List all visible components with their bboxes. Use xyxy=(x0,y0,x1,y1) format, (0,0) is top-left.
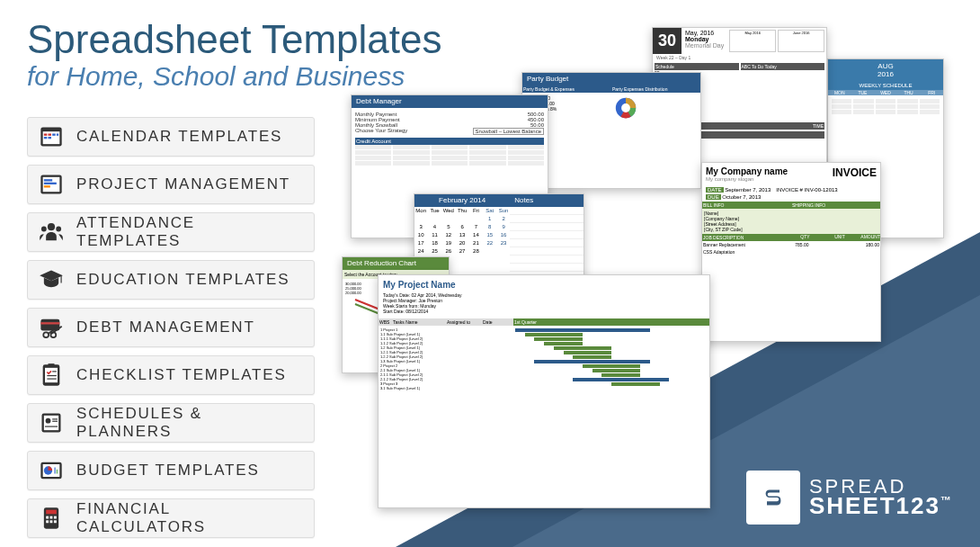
trademark: ™ xyxy=(940,494,953,507)
field-label: Choose Your Strategy xyxy=(355,128,407,135)
day-header: Sat xyxy=(484,207,496,214)
menu-schedules-planners[interactable]: SCHEDULES & PLANNERS xyxy=(27,403,315,443)
svg-rect-7 xyxy=(49,137,52,139)
day-header: THU xyxy=(897,90,921,95)
line-desc: CSS Adaptation xyxy=(703,249,773,255)
menu-budget-templates[interactable]: BUDGET TEMPLATES xyxy=(27,451,315,490)
menu-label: DEBT MANAGEMENT xyxy=(76,318,255,336)
project-title: My Project Name xyxy=(383,280,705,290)
svg-point-15 xyxy=(56,227,61,232)
menu-financial-calculators[interactable]: FINANCIAL CALCULATORS xyxy=(27,498,315,538)
svg-rect-32 xyxy=(45,426,58,427)
weekday: Monday xyxy=(685,36,724,42)
svg-rect-10 xyxy=(44,179,52,181)
svg-point-19 xyxy=(43,332,49,337)
mini-cal: May 2016 xyxy=(729,30,776,52)
svg-rect-6 xyxy=(44,137,48,139)
day-header: FRI xyxy=(920,90,943,95)
svg-rect-31 xyxy=(52,421,58,422)
thumb-title: Debt Manager xyxy=(352,95,548,108)
menu-debt-management[interactable]: DEBT MANAGEMENT xyxy=(27,308,315,347)
section-header: Party Expenses Distribution xyxy=(611,85,700,93)
calendar-icon xyxy=(39,124,64,149)
due-label: DUE xyxy=(706,194,721,200)
col-header: QTY xyxy=(774,234,809,241)
meta-value: 08/12/2014 xyxy=(405,309,428,314)
chart-title: Debt Reduction Chart xyxy=(343,257,449,270)
people-icon xyxy=(39,220,64,245)
menu-label: BUDGET TEMPLATES xyxy=(76,462,260,480)
svg-rect-23 xyxy=(49,363,55,367)
section-header: SHIPPING INFO xyxy=(791,202,880,209)
category-menu: CALENDAR TEMPLATES PROJECT MANAGEMENT AT… xyxy=(27,117,315,546)
brand-logo: SPREAD SHEET123™ xyxy=(746,471,953,525)
thumb-title: Party Budget xyxy=(522,73,700,85)
col-header: 1st Quarter xyxy=(513,318,709,326)
svg-rect-16 xyxy=(61,275,62,282)
svg-point-13 xyxy=(48,223,55,230)
thumb-invoice: My Company name My company slogan INVOIC… xyxy=(701,162,881,342)
time-header: TIME xyxy=(813,123,824,129)
menu-label: CALENDAR TEMPLATES xyxy=(76,128,282,146)
col-header: AMOUNT xyxy=(845,234,880,241)
logo-mark xyxy=(746,471,800,525)
invoice-label: INVOICE xyxy=(833,166,877,182)
svg-rect-39 xyxy=(46,510,57,515)
menu-label: EDUCATION TEMPLATES xyxy=(76,271,290,289)
line-desc: Banner Replacement xyxy=(703,242,773,247)
menu-calendar-templates[interactable]: CALENDAR TEMPLATES xyxy=(27,117,315,157)
invno-label: INVOICE # xyxy=(776,187,803,193)
svg-rect-2 xyxy=(44,134,48,136)
company-slogan: My company slogan xyxy=(706,176,788,182)
col-header: Tasks Name xyxy=(392,318,446,326)
section-header: BILL INFO xyxy=(702,202,791,209)
day-header: Mon xyxy=(414,207,427,214)
svg-rect-24 xyxy=(52,371,57,372)
menu-label: CHECKLIST TEMPLATES xyxy=(76,366,287,384)
menu-checklist-templates[interactable]: CHECKLIST TEMPLATES xyxy=(27,355,315,395)
thumb-gantt: My Project Name Today's Date: 02 Apr 201… xyxy=(378,274,710,508)
meta-label: Start Date xyxy=(383,309,404,314)
day-header: WED xyxy=(874,90,897,95)
svg-rect-5 xyxy=(57,134,58,136)
graduation-icon xyxy=(39,267,64,292)
checklist-icon xyxy=(39,363,64,388)
card-cut-icon xyxy=(39,315,64,340)
svg-rect-42 xyxy=(54,516,57,519)
invno-value: INV-00-12013 xyxy=(805,187,838,193)
svg-rect-40 xyxy=(46,516,49,519)
thumb-party-budget: Party Budget Party Budget & Expenses Par… xyxy=(521,72,701,189)
month-label: AUG xyxy=(831,62,940,70)
svg-rect-43 xyxy=(46,520,49,523)
day-header: Fri xyxy=(469,207,482,214)
menu-attendance-templates[interactable]: ATTENDANCE TEMPLATES xyxy=(27,212,315,252)
week-info: Week 22 – Day 1 xyxy=(653,54,826,61)
menu-label: ATTENDANCE TEMPLATES xyxy=(76,214,303,250)
piechart-icon xyxy=(39,458,64,483)
menu-project-management[interactable]: PROJECT MANAGEMENT xyxy=(27,165,315,204)
col-header: Assigned to xyxy=(446,318,482,326)
day-header: TUE xyxy=(851,90,875,95)
svg-rect-17 xyxy=(40,319,59,331)
template-collage: AUG 2016 WEEKLY SCHEDULE MON TUE WED THU… xyxy=(342,27,971,531)
menu-education-templates[interactable]: EDUCATION TEMPLATES xyxy=(27,260,315,300)
field-value: Snowball – Lowest Balance xyxy=(473,128,544,135)
notes-title: Notes xyxy=(510,194,584,207)
table-header: Credit Account xyxy=(355,138,544,145)
day-header: MON xyxy=(828,90,851,95)
day-note: Memorial Day xyxy=(685,42,724,49)
day-header: Sun xyxy=(497,207,510,214)
calculator-icon xyxy=(39,506,64,531)
day-header: Wed xyxy=(442,207,455,214)
date-value: September 7, 2013 xyxy=(725,187,771,193)
month-year: May, 2016 xyxy=(685,30,724,36)
svg-rect-30 xyxy=(52,418,58,419)
menu-label: PROJECT MANAGEMENT xyxy=(76,175,290,193)
svg-rect-37 xyxy=(57,470,58,474)
svg-rect-4 xyxy=(52,134,55,136)
svg-rect-41 xyxy=(49,516,52,519)
svg-rect-18 xyxy=(40,322,59,324)
svg-point-47 xyxy=(621,103,630,112)
svg-point-14 xyxy=(41,227,47,232)
section-header: To Do Today xyxy=(752,64,777,69)
